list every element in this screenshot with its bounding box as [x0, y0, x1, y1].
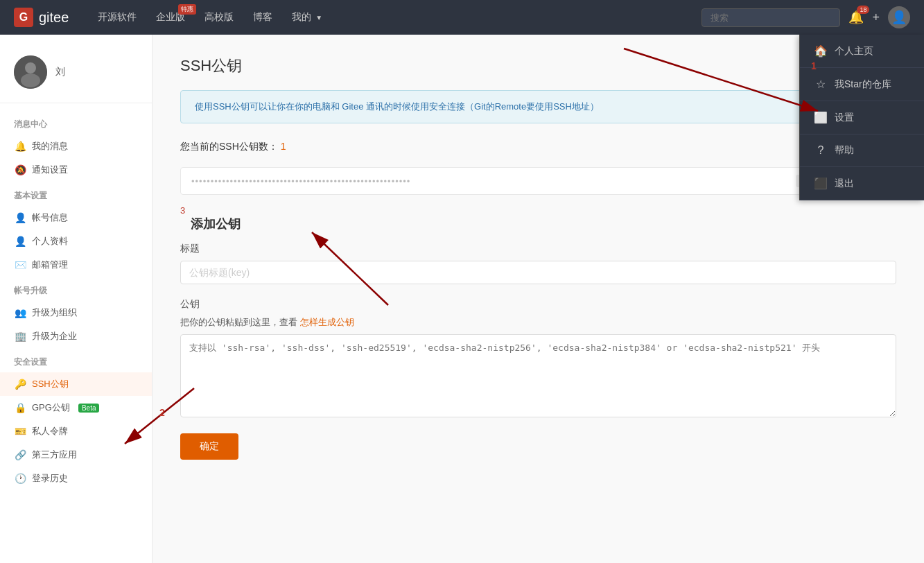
- help-icon: ?: [814, 144, 828, 157]
- sidebar-avatar: [14, 55, 47, 89]
- org-icon: 👥: [14, 307, 26, 318]
- lock-icon: 🔒: [14, 402, 26, 413]
- pubkey-help-link[interactable]: 怎样生成公钥: [300, 317, 354, 327]
- logout-icon: ⬛: [814, 177, 828, 190]
- section-title-security: 安全设置: [0, 348, 152, 372]
- sidebar-item-token[interactable]: 🎫 私人令牌: [0, 419, 152, 443]
- sidebar-item-login-history[interactable]: 🕐 登录历史: [0, 467, 152, 490]
- navbar: G gitee 开源软件 企业版 特惠 高校版 博客 我的 ▼ 🔔 18 +: [0, 0, 924, 35]
- sidebar-item-notify-settings[interactable]: 🔕 通知设置: [0, 158, 152, 182]
- section-title-basic: 基本设置: [0, 182, 152, 206]
- token-icon: 🎫: [14, 426, 26, 437]
- sidebar: 刘 消息中心 🔔 我的消息 🔕 通知设置 基本设置 👤 帐号信息 👤 个人资料 …: [0, 35, 152, 563]
- brand-logo[interactable]: G gitee: [14, 8, 69, 27]
- sidebar-item-my-messages[interactable]: 🔔 我的消息: [0, 135, 152, 158]
- svg-point-1: [25, 62, 36, 73]
- account-icon: 👤: [14, 212, 26, 223]
- gitee-g-icon: G: [14, 8, 33, 27]
- main-layout: 刘 消息中心 🔔 我的消息 🔕 通知设置 基本设置 👤 帐号信息 👤 个人资料 …: [0, 35, 924, 563]
- pubkey-textarea[interactable]: [180, 334, 896, 417]
- key-preview: ••••••••••••••••••••••••••••••••••••••••…: [191, 176, 796, 187]
- sidebar-item-upgrade-enterprise[interactable]: 🏢 升级为企业: [0, 324, 152, 348]
- title-label: 标题: [180, 243, 896, 255]
- pubkey-section: 公钥 把你的公钥粘贴到这里，查看 怎样生成公钥: [180, 298, 896, 419]
- dropdown-help[interactable]: ? 帮助: [800, 135, 924, 167]
- home-icon: 🏠: [814, 44, 828, 58]
- add-button[interactable]: +: [872, 10, 880, 25]
- nav-enterprise[interactable]: 企业版 特惠: [148, 7, 193, 28]
- sidebar-item-profile[interactable]: 👤 个人资料: [0, 229, 152, 253]
- sidebar-item-email[interactable]: ✉️ 邮箱管理: [0, 253, 152, 277]
- dropdown-logout[interactable]: ⬛ 退出: [800, 167, 924, 200]
- nav-mine[interactable]: 我的 ▼: [284, 7, 331, 28]
- user-dropdown: 🏠 个人主页 ☆ 我Star的仓库 ⬜ 设置 ? 帮助 ⬛ 退出: [799, 35, 924, 200]
- svg-point-2: [21, 73, 40, 87]
- section-title-upgrade: 帐号升级: [0, 277, 152, 301]
- page-title: SSH公钥: [180, 55, 896, 76]
- notification-count: 18: [857, 6, 869, 14]
- beta-badge: Beta: [78, 404, 100, 413]
- key-icon: 🔑: [14, 379, 26, 390]
- ssh-count-row: 您当前的SSH公钥数： 1: [180, 141, 896, 153]
- add-section-title: 添加公钥: [191, 209, 896, 232]
- sidebar-item-ssh[interactable]: 🔑 SSH公钥: [0, 372, 152, 396]
- mute-icon: 🔕: [14, 164, 26, 175]
- nav-blog[interactable]: 博客: [245, 7, 281, 28]
- email-icon: ✉️: [14, 259, 26, 270]
- star-icon: ☆: [814, 78, 828, 91]
- ssh-count-link[interactable]: 1: [281, 141, 286, 152]
- title-input[interactable]: [180, 261, 896, 284]
- brand-name: gitee: [39, 10, 69, 26]
- search-input[interactable]: [701, 8, 840, 27]
- avatar[interactable]: 👤: [888, 6, 910, 28]
- section-title-messages: 消息中心: [0, 110, 152, 135]
- confirm-button[interactable]: 确定: [180, 433, 238, 460]
- sidebar-username: 刘: [55, 66, 65, 78]
- pubkey-help: 把你的公钥粘贴到这里，查看 怎样生成公钥: [180, 316, 896, 329]
- sidebar-profile: 刘: [0, 49, 152, 103]
- nav-links: 开源软件 企业版 特惠 高校版 博客 我的 ▼: [89, 7, 331, 28]
- profile-icon: 👤: [14, 236, 26, 247]
- pubkey-label: 公钥: [180, 298, 896, 311]
- notification-bell[interactable]: 🔔 18: [848, 10, 864, 25]
- nav-college[interactable]: 高校版: [196, 7, 242, 28]
- nav-opensource[interactable]: 开源软件: [89, 7, 145, 28]
- sidebar-item-upgrade-org[interactable]: 👥 升级为组织: [0, 301, 152, 324]
- dropdown-starred[interactable]: ☆ 我Star的仓库: [800, 68, 924, 101]
- enterprise-icon: 🏢: [14, 331, 26, 342]
- bell-icon: 🔔: [14, 141, 26, 152]
- info-box: 使用SSH公钥可以让你在你的电脑和 Gitee 通讯的时候使用安全连接（Git的…: [180, 90, 896, 123]
- dropdown-settings[interactable]: ⬜ 设置: [800, 101, 924, 135]
- dropdown-home[interactable]: 🏠 个人主页: [800, 35, 924, 68]
- sidebar-item-gpg[interactable]: 🔒 GPG公钥 Beta: [0, 396, 152, 419]
- history-icon: 🕐: [14, 473, 26, 484]
- link-icon: 🔗: [14, 449, 26, 460]
- sidebar-item-third-party[interactable]: 🔗 第三方应用: [0, 443, 152, 467]
- settings-icon: ⬜: [814, 111, 828, 124]
- enterprise-badge: 特惠: [178, 4, 196, 15]
- navbar-right: 🔔 18 + 👤: [701, 6, 910, 28]
- section-num-3: 3: [180, 205, 185, 216]
- ssh-key-item: ••••••••••••••••••••••••••••••••••••••••…: [180, 167, 896, 195]
- sidebar-item-account-info[interactable]: 👤 帐号信息: [0, 206, 152, 229]
